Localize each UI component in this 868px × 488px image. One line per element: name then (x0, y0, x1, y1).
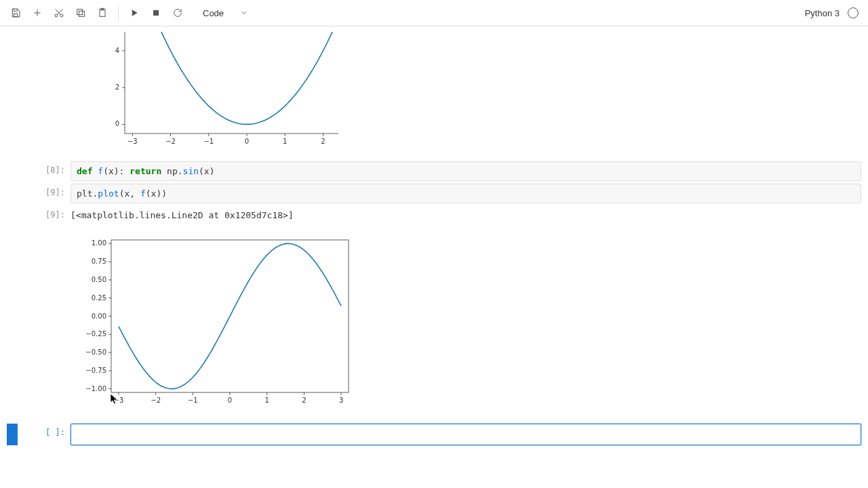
run-button[interactable] (125, 4, 143, 22)
svg-text:0: 0 (245, 138, 249, 145)
in-prompt: [8]: (18, 161, 71, 181)
svg-text:1: 1 (283, 138, 287, 145)
svg-text:−1: −1 (188, 396, 198, 404)
active-cell-indicator (7, 424, 18, 445)
cut-button[interactable] (50, 4, 68, 22)
svg-text:3: 3 (339, 396, 343, 404)
svg-text:−1.00: −1.00 (85, 385, 106, 392)
svg-text:0: 0 (228, 396, 232, 404)
svg-text:2: 2 (115, 83, 119, 91)
notebook-toolbar: Code Python 3 (0, 0, 868, 26)
kernel-name[interactable]: Python 3 (805, 8, 840, 18)
svg-text:0.75: 0.75 (92, 258, 106, 265)
svg-rect-3 (79, 11, 84, 16)
interrupt-button[interactable] (147, 4, 165, 22)
restart-button[interactable] (169, 4, 186, 22)
svg-text:−0.50: −0.50 (85, 348, 106, 356)
cell-type-dropdown[interactable]: Code (196, 8, 255, 18)
svg-text:−1: −1 (203, 138, 214, 145)
svg-text:−2: −2 (151, 396, 161, 404)
kernel-status: Python 3 (805, 7, 861, 18)
output-cell-plot-top: 024 −3−2−10123 (7, 29, 861, 159)
paste-button[interactable] (94, 4, 111, 22)
cell-type-label: Code (203, 8, 224, 18)
code-cell-empty-active[interactable]: [ ]: (7, 424, 861, 445)
svg-text:0.50: 0.50 (92, 276, 106, 283)
svg-rect-8 (125, 32, 338, 134)
output-cell-text-9: [9]: [<matplotlib.lines.Line2D at 0x1205… (7, 206, 861, 224)
code-cell-9[interactable]: [9]: plt.plot(x, f(x)) (7, 184, 861, 203)
svg-text:1: 1 (265, 396, 269, 404)
svg-text:0: 0 (115, 120, 119, 127)
chevron-down-icon (240, 9, 248, 17)
svg-text:−0.75: −0.75 (85, 367, 106, 374)
plot-parabola: 024 −3−2−10123 (71, 32, 338, 154)
svg-text:1.00: 1.00 (92, 239, 106, 247)
notebook-area[interactable]: 024 −3−2−10123 [8]: def f(x): return np.… (0, 26, 868, 488)
svg-text:4: 4 (115, 47, 119, 54)
output-cell-plot-9: −1.00−0.75−0.50−0.250.000.250.500.751.00… (7, 227, 861, 421)
svg-rect-4 (77, 9, 83, 15)
code-input[interactable] (71, 424, 861, 445)
code-input[interactable]: def f(x): return np.sin(x) (71, 161, 861, 181)
svg-rect-7 (153, 10, 159, 16)
plot-sin: −1.00−0.75−0.50−0.250.000.250.500.751.00… (71, 230, 355, 416)
out-prompt: [9]: (18, 206, 71, 224)
insert-cell-below-button[interactable] (28, 4, 46, 22)
code-input[interactable]: plt.plot(x, f(x)) (71, 184, 861, 203)
kernel-indicator-icon[interactable] (848, 7, 859, 18)
svg-text:−0.25: −0.25 (85, 330, 106, 338)
svg-text:0.25: 0.25 (92, 294, 106, 302)
svg-text:0.00: 0.00 (92, 312, 106, 320)
svg-text:−3: −3 (114, 396, 124, 404)
svg-text:−2: −2 (165, 138, 176, 145)
svg-text:2: 2 (321, 138, 325, 145)
save-button[interactable] (7, 4, 24, 22)
toolbar-separator (118, 6, 119, 20)
output-text: [<matplotlib.lines.Line2D at 0x1205d7c18… (71, 206, 861, 224)
svg-rect-0 (14, 14, 17, 16)
svg-point-1 (55, 14, 58, 17)
in-prompt: [ ]: (18, 424, 71, 445)
code-cell-8[interactable]: [8]: def f(x): return np.sin(x) (7, 161, 861, 181)
svg-text:2: 2 (302, 396, 306, 404)
svg-text:−3: −3 (127, 138, 138, 145)
in-prompt: [9]: (18, 184, 71, 203)
copy-button[interactable] (72, 4, 90, 22)
svg-point-2 (60, 14, 63, 17)
